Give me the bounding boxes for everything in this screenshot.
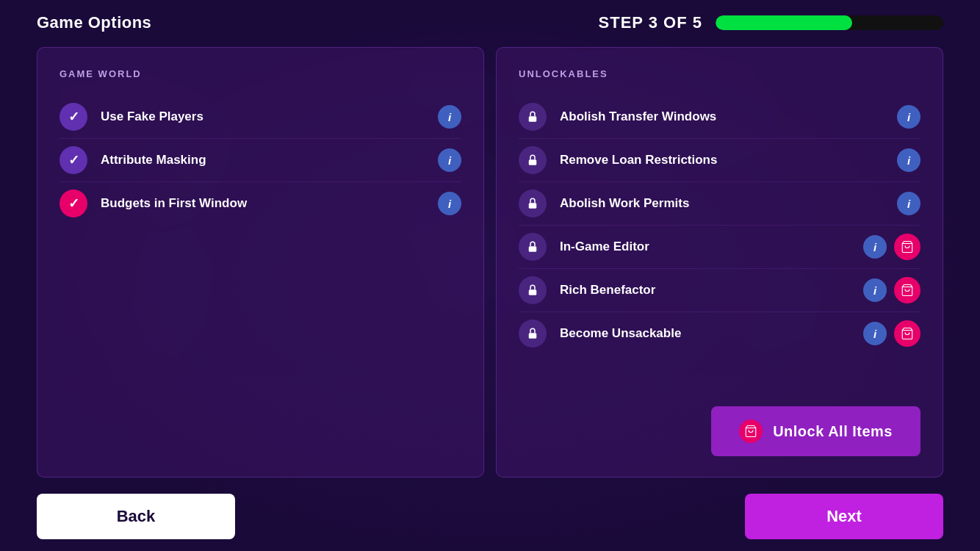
option-label-budgets: Budgets in First Window xyxy=(101,196,438,211)
step-container: STEP 3 OF 5 xyxy=(599,13,943,32)
option-label-abolish-transfer: Abolish Transfer Windows xyxy=(560,109,897,124)
progress-bar-fill xyxy=(716,15,852,30)
svg-rect-7 xyxy=(529,333,537,339)
option-label-remove-loan: Remove Loan Restrictions xyxy=(560,153,897,168)
info-btn-become-unsackable[interactable] xyxy=(863,322,887,345)
option-label-fake-players: Use Fake Players xyxy=(101,109,438,124)
info-btn-remove-loan[interactable] xyxy=(897,148,920,172)
cart-svg xyxy=(901,240,914,253)
info-btn-budgets[interactable] xyxy=(438,192,461,215)
lock-icon-abolish-work xyxy=(519,190,547,217)
svg-rect-0 xyxy=(529,116,537,122)
option-row-remove-loan: Remove Loan Restrictions xyxy=(519,139,920,182)
option-label-ingame-editor: In-Game Editor xyxy=(560,240,863,254)
info-btn-abolish-transfer[interactable] xyxy=(897,105,920,129)
footer: Back Next xyxy=(0,485,980,551)
lock-svg-3 xyxy=(526,197,539,210)
option-row-rich-benefactor: Rich Benefactor xyxy=(519,269,920,312)
back-button[interactable]: Back xyxy=(37,494,235,539)
lock-icon-abolish-transfer xyxy=(519,103,547,131)
lock-svg xyxy=(526,110,539,123)
cart-btn-rich-benefactor[interactable] xyxy=(894,277,920,303)
cart-btn-become-unsackable[interactable] xyxy=(894,320,920,347)
option-row-abolish-work: Abolish Work Permits xyxy=(519,182,920,226)
option-label-become-unsackable: Become Unsackable xyxy=(560,326,863,341)
game-world-panel: GAME WORLD Use Fake Players Attribute Ma… xyxy=(37,47,484,478)
option-row-budgets: Budgets in First Window xyxy=(60,182,461,225)
panels-container: GAME WORLD Use Fake Players Attribute Ma… xyxy=(0,40,980,485)
next-button[interactable]: Next xyxy=(745,494,943,539)
svg-rect-3 xyxy=(529,246,537,252)
info-btn-attribute-masking[interactable] xyxy=(438,148,461,172)
unlockables-panel: UNLOCKABLES Abolish Transfer Windows xyxy=(496,47,943,478)
lock-svg-2 xyxy=(526,154,539,167)
unlockables-title: UNLOCKABLES xyxy=(519,68,920,79)
lock-icon-become-unsackable xyxy=(519,320,547,347)
step-label: STEP 3 OF 5 xyxy=(599,13,702,32)
cart-svg-3 xyxy=(901,327,914,340)
unlock-all-button[interactable]: Unlock All Items xyxy=(711,406,920,456)
lock-icon-ingame-editor xyxy=(519,233,547,261)
option-label-abolish-work: Abolish Work Permits xyxy=(560,196,897,211)
progress-bar-background xyxy=(716,15,943,30)
unlock-all-cart-icon xyxy=(739,419,763,443)
unlock-all-cart-svg xyxy=(744,425,757,438)
info-btn-abolish-work[interactable] xyxy=(897,192,920,215)
lock-icon-remove-loan xyxy=(519,146,547,174)
option-label-rich-benefactor: Rich Benefactor xyxy=(560,283,863,298)
lock-svg-4 xyxy=(526,240,539,253)
game-world-title: GAME WORLD xyxy=(60,68,461,79)
option-row-ingame-editor: In-Game Editor xyxy=(519,226,920,269)
checkbox-budgets[interactable] xyxy=(60,190,87,217)
unlock-all-label: Unlock All Items xyxy=(773,423,893,440)
option-row-become-unsackable: Become Unsackable xyxy=(519,312,920,355)
svg-rect-1 xyxy=(529,159,537,165)
checkbox-attribute-masking[interactable] xyxy=(60,146,87,174)
svg-rect-5 xyxy=(529,289,537,295)
info-btn-ingame-editor[interactable] xyxy=(863,235,887,259)
cart-svg-2 xyxy=(901,284,914,297)
cart-btn-ingame-editor[interactable] xyxy=(894,234,920,260)
lock-svg-5 xyxy=(526,284,539,297)
option-label-attribute-masking: Attribute Masking xyxy=(101,153,438,168)
svg-rect-2 xyxy=(529,203,537,209)
checkbox-fake-players[interactable] xyxy=(60,103,87,131)
unlockables-rows: Abolish Transfer Windows Remove Loan Res… xyxy=(519,96,920,406)
option-row-abolish-transfer: Abolish Transfer Windows xyxy=(519,96,920,139)
option-row-attribute-masking: Attribute Masking xyxy=(60,139,461,182)
lock-svg-6 xyxy=(526,327,539,340)
option-row-fake-players: Use Fake Players xyxy=(60,96,461,139)
header: Game Options STEP 3 OF 5 xyxy=(0,0,980,40)
main-content: Game Options STEP 3 OF 5 GAME WORLD Use … xyxy=(0,0,980,551)
info-btn-rich-benefactor[interactable] xyxy=(863,278,887,302)
page-title: Game Options xyxy=(37,13,151,32)
info-btn-fake-players[interactable] xyxy=(438,105,461,129)
lock-icon-rich-benefactor xyxy=(519,276,547,304)
